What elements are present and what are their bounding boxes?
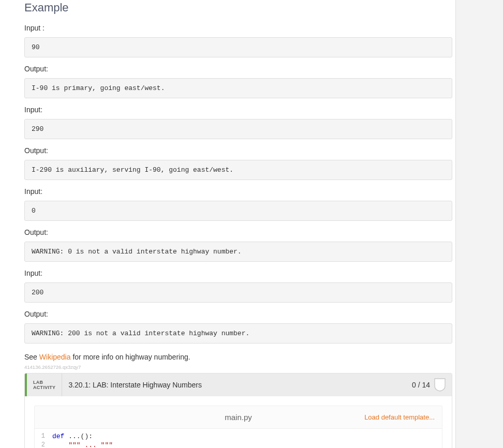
lab-header: LAB ACTIVITY 3.20.1: LAB: Interstate Hig… (25, 374, 452, 396)
line-number: 1 (35, 432, 48, 441)
input-label: Input: (24, 269, 455, 277)
editor-header: main.py Load default template... (35, 406, 442, 429)
footnote-prefix: See (24, 353, 39, 361)
load-default-template-link[interactable]: Load default template... (364, 413, 442, 421)
input-label: Input: (24, 187, 455, 196)
input-box: 90 (24, 37, 452, 57)
lab-tag-line2: ACTIVITY (33, 385, 55, 390)
wikipedia-link[interactable]: Wikipedia (39, 353, 71, 361)
output-box: I-90 is primary, going east/west. (24, 78, 452, 98)
output-label: Output: (24, 310, 455, 318)
output-label: Output: (24, 228, 455, 236)
code-area[interactable]: 1def ...(): 2 """ ... """ 3 4 5if __name… (35, 429, 442, 448)
output-box: WARNING: 200 is not a valid interstate h… (24, 323, 452, 344)
footnote-suffix: for more info on highway numbering. (71, 353, 190, 361)
footnote: See Wikipedia for more info on highway n… (24, 353, 455, 361)
lab-activity-tag: LAB ACTIVITY (27, 374, 62, 396)
input-label: Input : (24, 24, 455, 32)
lab-score-value: 0 / 14 (412, 381, 430, 389)
code-editor[interactable]: main.py Load default template... 1def ..… (34, 406, 442, 448)
sidebar-panel (455, 0, 503, 448)
lab-card: LAB ACTIVITY 3.20.1: LAB: Interstate Hig… (24, 373, 452, 448)
output-label: Output: (24, 65, 455, 73)
input-box: 0 (24, 201, 452, 221)
lab-tag-line1: LAB (33, 380, 55, 385)
input-box: 290 (24, 119, 452, 139)
input-box: 200 (24, 282, 452, 303)
line-number: 2 (35, 441, 48, 448)
output-box: WARNING: 0 is not a valid interstate hig… (24, 242, 452, 262)
watermark: 414136.2652726.qx3zqy7 (24, 364, 455, 370)
section-title: Example (24, 1, 455, 14)
output-box: I-290 is auxiliary, serving I-90, going … (24, 160, 452, 180)
lab-title: 3.20.1: LAB: Interstate Highway Numbers (62, 374, 412, 396)
input-label: Input: (24, 106, 455, 114)
lab-score: 0 / 14 (412, 374, 452, 396)
output-label: Output: (24, 146, 455, 155)
shield-icon (434, 378, 446, 392)
